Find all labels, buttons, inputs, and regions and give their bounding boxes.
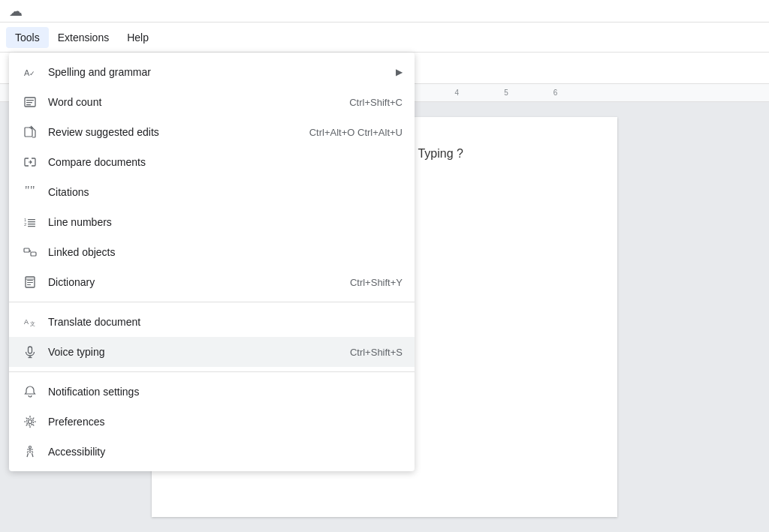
- divider-2: [9, 371, 415, 372]
- spelling-grammar-label: Spelling and grammar: [48, 66, 390, 78]
- svg-rect-36: [29, 347, 32, 353]
- menu-item-compare-docs[interactable]: Compare documents: [9, 147, 415, 177]
- menu-tools[interactable]: Tools: [6, 27, 49, 48]
- menu-item-voice-typing[interactable]: Voice typing Ctrl+Shift+S: [9, 337, 415, 367]
- svg-rect-27: [28, 226, 35, 227]
- line-numbers-label: Line numbers: [48, 216, 403, 228]
- menu-item-spelling-grammar[interactable]: A ✓ Spelling and grammar ▶: [9, 57, 415, 87]
- line-numbers-icon: 1 2: [21, 213, 39, 231]
- translate-label: Translate document: [48, 316, 403, 328]
- notification-icon: [21, 383, 39, 401]
- menu-item-dictionary[interactable]: Dictionary Ctrl+Shift+Y: [9, 267, 415, 297]
- review-suggested-label: Review suggested edits: [48, 126, 309, 138]
- review-icon: [21, 123, 39, 141]
- voice-typing-shortcut: Ctrl+Shift+S: [350, 347, 403, 358]
- svg-rect-32: [27, 282, 33, 283]
- linked-objects-icon: [21, 243, 39, 261]
- top-bar: ☁: [0, 0, 769, 23]
- menu-item-linked-objects[interactable]: Linked objects: [9, 237, 415, 267]
- spelling-arrow: ▶: [396, 67, 403, 77]
- svg-rect-17: [26, 102, 32, 103]
- svg-rect-18: [26, 104, 31, 105]
- dropdown-menu: A ✓ Spelling and grammar ▶ Word count Ct…: [9, 53, 415, 471]
- word-count-shortcut: Ctrl+Shift+C: [349, 97, 403, 108]
- word-count-label: Word count: [48, 96, 349, 108]
- compare-icon: [21, 153, 39, 171]
- menu-item-citations[interactable]: " " Citations: [9, 177, 415, 207]
- preferences-label: Preferences: [48, 416, 403, 428]
- svg-rect-28: [24, 248, 29, 252]
- svg-point-40: [27, 419, 34, 425]
- menu-item-word-count[interactable]: Word count Ctrl+Shift+C: [9, 87, 415, 117]
- svg-text:文: 文: [30, 321, 35, 326]
- ruler-mark-5: 5: [504, 89, 508, 97]
- word-count-icon: [21, 93, 39, 111]
- translate-icon: A 文: [21, 313, 39, 331]
- svg-text:2: 2: [24, 222, 27, 227]
- svg-text:✓: ✓: [29, 70, 35, 77]
- menu-help[interactable]: Help: [118, 27, 158, 48]
- dictionary-shortcut: Ctrl+Shift+Y: [350, 277, 403, 288]
- svg-text:A: A: [24, 318, 29, 326]
- citations-icon: " ": [21, 183, 39, 201]
- menu-item-line-numbers[interactable]: 1 2 Line numbers: [9, 207, 415, 237]
- menu-item-notification-settings[interactable]: Notification settings: [9, 377, 415, 407]
- menu-extensions[interactable]: Extensions: [49, 27, 118, 48]
- svg-point-41: [29, 446, 32, 449]
- tools-dropdown: A ✓ Spelling and grammar ▶ Word count Ct…: [9, 53, 415, 471]
- svg-rect-26: [28, 224, 35, 224]
- accessibility-label: Accessibility: [48, 446, 403, 458]
- ruler-mark-6: 6: [553, 89, 558, 97]
- svg-text:": ": [30, 185, 35, 197]
- notification-settings-label: Notification settings: [48, 386, 403, 398]
- citations-label: Citations: [48, 186, 403, 198]
- menu-item-translate[interactable]: A 文 Translate document: [9, 307, 415, 337]
- review-suggested-shortcut: Ctrl+Alt+O Ctrl+Alt+U: [309, 127, 403, 138]
- preferences-icon: [21, 413, 39, 431]
- voice-typing-icon: [21, 343, 39, 361]
- accessibility-icon: [21, 443, 39, 461]
- voice-typing-label: Voice typing: [48, 346, 350, 358]
- svg-point-39: [29, 420, 32, 424]
- svg-rect-16: [26, 100, 34, 101]
- cloud-icon: ☁: [9, 3, 23, 20]
- divider-1: [9, 302, 415, 302]
- svg-rect-33: [27, 284, 31, 285]
- svg-rect-25: [28, 221, 35, 222]
- dictionary-icon: [21, 273, 39, 291]
- dictionary-label: Dictionary: [48, 276, 350, 288]
- menu-item-accessibility[interactable]: Accessibility: [9, 437, 415, 467]
- svg-rect-31: [27, 280, 33, 281]
- menu-item-preferences[interactable]: Preferences: [9, 407, 415, 437]
- compare-docs-label: Compare documents: [48, 156, 403, 168]
- linked-objects-label: Linked objects: [48, 246, 403, 258]
- spelling-icon: A ✓: [21, 63, 39, 81]
- menu-item-review-suggested[interactable]: Review suggested edits Ctrl+Alt+O Ctrl+A…: [9, 117, 415, 147]
- menu-bar: Tools Extensions Help: [0, 23, 769, 53]
- svg-text:": ": [25, 185, 30, 197]
- ruler-mark-4: 4: [455, 89, 460, 97]
- svg-rect-29: [31, 252, 36, 256]
- svg-rect-24: [28, 219, 35, 220]
